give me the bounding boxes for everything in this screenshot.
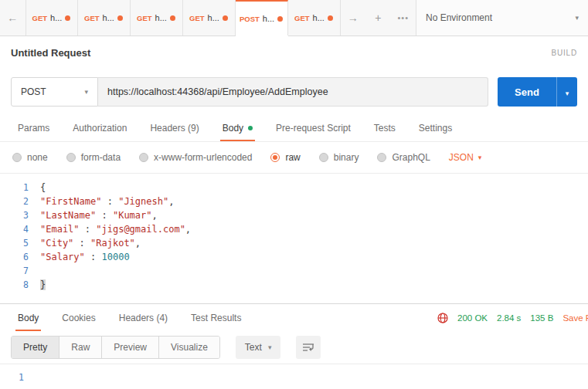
request-tab-settings[interactable]: Settings [407, 114, 464, 141]
unsaved-changes-dot-icon [65, 15, 70, 21]
editor-line[interactable]: 2"FirstName" : "Jignesh", [0, 194, 588, 208]
request-tab[interactable]: GETh... [78, 0, 131, 36]
body-mode-form-data[interactable]: form-data [66, 152, 121, 163]
editor-line[interactable]: 7 [0, 264, 588, 278]
response-tab-test-results[interactable]: Test Results [179, 304, 253, 331]
response-view-raw[interactable]: Raw [59, 337, 102, 358]
radio-icon [377, 153, 386, 162]
tab-title: h... [313, 13, 325, 22]
body-mode-graphql[interactable]: GraphQL [377, 152, 430, 163]
response-tab-label: Body [18, 313, 39, 323]
body-mode-none[interactable]: none [12, 152, 48, 163]
code-token: : [73, 238, 90, 249]
request-url-bar: POST ▾ https://localhost:44368/api/Emplo… [0, 69, 588, 114]
request-tab-label: Headers (9) [150, 123, 199, 134]
code-token: : [101, 196, 118, 207]
body-mode-raw[interactable]: raw [270, 152, 300, 163]
line-code: "LastName" : "Kumar", [40, 208, 158, 222]
response-tab-label: Headers (4) [119, 313, 168, 323]
request-tab-authorization[interactable]: Authorization [61, 114, 138, 141]
request-tab[interactable]: GETh... [183, 0, 236, 36]
editor-line[interactable]: 5"City" : "Rajkot", [0, 236, 588, 250]
request-title: Untitled Request [11, 47, 90, 59]
response-tab-label: Cookies [62, 313, 95, 323]
method-value: POST [21, 86, 46, 97]
request-body-editor[interactable]: 1{2"FirstName" : "Jignesh",3"LastName" :… [0, 173, 588, 303]
request-tab[interactable]: GETh... [288, 0, 341, 36]
response-panel: BodyCookiesHeaders (4)Test Results 200 O… [0, 303, 588, 389]
response-tab-headers-4[interactable]: Headers (4) [107, 304, 179, 331]
response-tab-label: Test Results [191, 313, 241, 323]
send-options-button[interactable]: ▾ [556, 77, 577, 107]
request-tab-label: Params [18, 123, 49, 134]
response-status: 200 OK [457, 313, 488, 323]
code-token: , [152, 210, 158, 221]
request-tab[interactable]: POSTh... [236, 0, 288, 36]
code-token: "jigs@gmail.com" [96, 224, 185, 235]
editor-line[interactable]: 6"Salary" : 10000 [0, 250, 588, 264]
request-tab-label: Body [223, 123, 243, 134]
request-tab-label: Pre-request Script [276, 123, 351, 134]
language-select[interactable]: JSON ▾ [449, 152, 482, 163]
more-tabs-button[interactable]: ••• [391, 0, 416, 36]
request-tab-body[interactable]: Body [211, 114, 264, 141]
request-tab-headers-9[interactable]: Headers (9) [138, 114, 210, 141]
url-input[interactable]: https://localhost:44368/api/Employee/Add… [98, 77, 488, 107]
wrap-lines-button[interactable] [296, 336, 321, 359]
back-arrow-icon[interactable]: ← [0, 0, 25, 36]
editor-line[interactable]: 1{ [0, 181, 588, 194]
response-tab-body[interactable]: Body [6, 304, 50, 331]
save-response-button[interactable]: Save Response [563, 313, 588, 323]
body-mode-binary[interactable]: binary [319, 152, 359, 163]
code-token: "Rajkot" [90, 238, 135, 249]
request-tab[interactable]: GETh... [25, 0, 78, 36]
environment-selector[interactable]: No Environment ▾ [416, 0, 588, 36]
code-token: "Email" [40, 224, 80, 235]
send-button[interactable]: Send [498, 77, 556, 107]
response-format-select[interactable]: Text ▾ [236, 336, 281, 359]
editor-line[interactable]: 8} [0, 278, 588, 292]
tab-bar: ← GETh...GETh...GETh...GETh...POSTh...GE… [0, 0, 588, 36]
body-mode-options: noneform-datax-www-form-urlencodedrawbin… [12, 152, 430, 163]
tab-method-label: GET [137, 14, 152, 22]
response-meta: 200 OK 2.84 s 135 B Save Response [437, 304, 588, 331]
line-number: 1 [0, 181, 40, 194]
body-mode-label: raw [285, 152, 300, 163]
tab-method-label: GET [84, 14, 100, 22]
network-warning-icon[interactable] [437, 313, 448, 323]
unsaved-changes-dot-icon [117, 15, 123, 21]
tab-method-label: GET [32, 14, 48, 22]
new-tab-button[interactable]: + [365, 0, 391, 36]
request-tab-label: Authorization [73, 123, 127, 134]
code-token: "Salary" [40, 252, 85, 262]
response-view-preview[interactable]: Preview [102, 337, 159, 358]
code-token: "LastName" [40, 210, 96, 221]
code-token: "Kumar" [113, 210, 152, 221]
request-tab-tests[interactable]: Tests [362, 114, 407, 141]
format-value: Text [245, 342, 262, 353]
editor-line[interactable]: 4"Email" : "jigs@gmail.com", [0, 222, 588, 236]
code-token: : [96, 210, 113, 221]
body-mode-x-www-form-urlencoded[interactable]: x-www-form-urlencoded [139, 152, 252, 163]
response-view-visualize[interactable]: Visualize [159, 337, 219, 358]
open-tabs-strip: GETh...GETh...GETh...GETh...POSTh...GETh… [25, 0, 341, 36]
editor-line[interactable]: 3"LastName" : "Kumar", [0, 208, 588, 222]
line-number: 5 [0, 236, 40, 250]
response-view-switch: PrettyRawPreviewVisualize [11, 336, 220, 359]
body-type-selector: noneform-datax-www-form-urlencodedrawbin… [0, 142, 588, 173]
response-tab-cookies[interactable]: Cookies [50, 304, 107, 331]
line-code: "Email" : "jigs@gmail.com", [40, 222, 191, 236]
method-select[interactable]: POST ▾ [11, 77, 98, 107]
request-tab[interactable]: GETh... [131, 0, 183, 36]
line-number: 7 [0, 264, 40, 278]
line-code: "Salary" : 10000 [40, 250, 130, 264]
request-tab-pre-request-script[interactable]: Pre-request Script [264, 114, 362, 141]
response-tabs-row: BodyCookiesHeaders (4)Test Results 200 O… [0, 304, 588, 331]
response-view-pretty[interactable]: Pretty [12, 337, 59, 358]
request-tab-params[interactable]: Params [6, 114, 61, 141]
forward-arrow-icon[interactable]: → [341, 0, 366, 36]
postman-window: ← GETh...GETh...GETh...GETh...POSTh...GE… [0, 0, 588, 389]
chevron-down-icon: ▾ [575, 14, 579, 22]
response-body[interactable]: 1 [0, 364, 588, 389]
tab-title: h... [263, 14, 274, 23]
